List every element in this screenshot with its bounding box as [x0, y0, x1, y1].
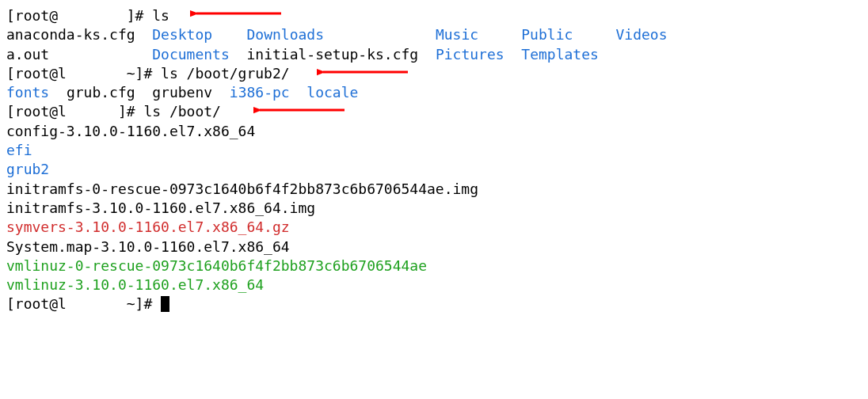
terminal-line: symvers-3.10.0-1160.el7.x86_64.gz: [6, 218, 862, 237]
file-entry: a.out: [6, 46, 49, 63]
file-entry: anaconda-ks.cfg: [6, 26, 135, 43]
gap: [478, 26, 521, 43]
file-entry: grub.cfg: [67, 84, 135, 101]
dir-entry: Videos: [616, 26, 668, 43]
terminal-line: [root@l ~]# ls /boot/grub2/: [6, 64, 862, 83]
terminal-line: initramfs-3.10.0-1160.el7.x86_64.img: [6, 199, 862, 218]
gap: [212, 84, 230, 101]
terminal-line: anaconda-ks.cfg Desktop Downloads Music …: [6, 25, 862, 44]
file-entry: vmlinuz-0-rescue-0973c1640b6f4f2bb873c6b…: [6, 257, 427, 274]
gap: [135, 84, 153, 101]
prompt-gap: [67, 295, 118, 312]
prompt: [root@: [6, 7, 58, 24]
file-entry: initramfs-0-rescue-0973c1640b6f4f2bb873c…: [6, 180, 478, 197]
file-entry: grubenv: [152, 84, 212, 101]
file-entry: initial-setup-ks.cfg: [246, 46, 418, 63]
prompt-end: ]#: [127, 7, 153, 24]
terminal-line: [root@l ]# ls /boot/: [6, 102, 862, 121]
gap: [135, 26, 153, 43]
dir-entry: Documents: [152, 46, 230, 63]
gap: [504, 46, 522, 63]
dir-entry: fonts: [6, 84, 49, 101]
terminal-line: a.out Documents initial-setup-ks.cfg Pic…: [6, 45, 862, 64]
dir-entry: Templates: [521, 46, 599, 63]
command: ls /boot/: [143, 103, 221, 120]
prompt-gap: [67, 65, 127, 82]
file-entry: System.map-3.10.0-1160.el7.x86_64: [6, 238, 290, 255]
cursor-icon: [161, 296, 169, 312]
gap: [290, 84, 307, 101]
file-entry: vmlinuz-3.10.0-1160.el7.x86_64: [6, 276, 264, 293]
terminal-line: fonts grub.cfg grubenv i386-pc locale: [6, 83, 862, 102]
gap: [418, 46, 436, 63]
terminal-line: [root@ ]# ls: [6, 6, 862, 25]
prompt-gap: [58, 7, 127, 24]
gap: [324, 26, 436, 43]
terminal-line: vmlinuz-0-rescue-0973c1640b6f4f2bb873c6b…: [6, 256, 862, 276]
prompt: [root@l: [6, 295, 67, 312]
terminal-line: config-3.10.0-1160.el7.x86_64: [6, 122, 862, 141]
terminal-line: grub2: [6, 160, 862, 179]
dir-entry: Music: [436, 26, 478, 43]
terminal-line: initramfs-0-rescue-0973c1640b6f4f2bb873c…: [6, 180, 862, 199]
dir-entry: Pictures: [436, 46, 504, 63]
command: ls: [152, 7, 169, 24]
dir-entry: locale: [306, 84, 358, 101]
terminal-line: efi: [6, 141, 862, 160]
gap: [230, 46, 247, 63]
dir-entry: Desktop: [152, 26, 212, 43]
terminal-line: System.map-3.10.0-1160.el7.x86_64: [6, 238, 862, 256]
file-entry: initramfs-3.10.0-1160.el7.x86_64.img: [6, 200, 315, 216]
dir-entry: grub2: [6, 161, 49, 177]
prompt-gap: [67, 103, 118, 120]
dir-entry: Public: [521, 26, 573, 43]
gap: [49, 84, 67, 101]
dir-entry: i386-pc: [230, 84, 290, 101]
terminal-line[interactable]: [root@l ~]#: [6, 294, 862, 314]
prompt: [root@l: [6, 65, 67, 82]
terminal-line: vmlinuz-3.10.0-1160.el7.x86_64: [6, 276, 862, 294]
gap: [573, 26, 615, 43]
gap: [49, 46, 152, 63]
prompt-end: ]#: [118, 103, 144, 120]
dir-entry: efi: [6, 142, 32, 158]
gap: [212, 26, 246, 43]
file-entry: config-3.10.0-1160.el7.x86_64: [6, 123, 255, 139]
dir-entry: Downloads: [246, 26, 324, 43]
prompt: [root@l: [6, 103, 67, 120]
file-entry: symvers-3.10.0-1160.el7.x86_64.gz: [6, 218, 290, 235]
command: ls /boot/grub2/: [161, 65, 290, 82]
prompt-end: ~]#: [118, 295, 161, 312]
prompt-end: ~]#: [127, 65, 161, 82]
